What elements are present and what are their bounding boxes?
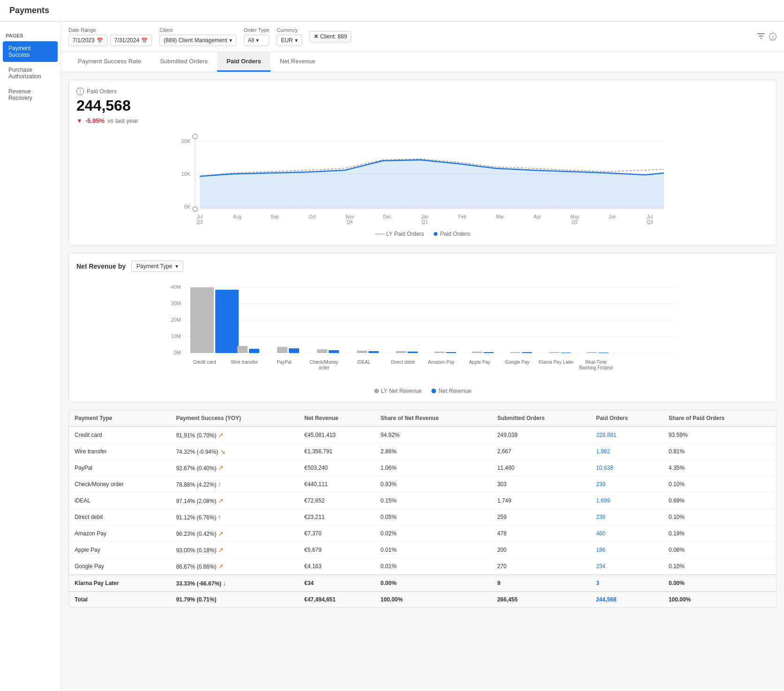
svg-rect-57 bbox=[510, 352, 520, 353]
svg-text:May: May bbox=[571, 214, 580, 219]
svg-rect-60 bbox=[561, 353, 571, 353]
svg-rect-49 bbox=[357, 351, 367, 353]
cell-type: Google Pay bbox=[69, 558, 170, 575]
cell-submitted: 303 bbox=[491, 476, 590, 493]
total-net-revenue: €47,494,651 bbox=[299, 592, 375, 607]
svg-text:Feb: Feb bbox=[458, 214, 467, 219]
cell-submitted: 478 bbox=[491, 526, 590, 542]
table-row: Google Pay 86.67% (0.66%) ↗ €4,163 0.01%… bbox=[69, 558, 776, 575]
cell-success: 96.23% (0.42%) ↗ bbox=[170, 526, 299, 542]
legend-net-revenue: Net Revenue bbox=[431, 388, 471, 394]
cell-share-net: 0.01% bbox=[375, 542, 492, 558]
cell-success: 33.33% (-66.67%) ↓ bbox=[170, 575, 299, 592]
svg-text:Jan: Jan bbox=[421, 214, 429, 219]
svg-text:Credit card: Credit card bbox=[193, 360, 216, 365]
svg-text:0K: 0K bbox=[184, 204, 191, 210]
svg-point-7 bbox=[193, 134, 197, 139]
table-row: Amazon Pay 96.23% (0.42%) ↗ €7,370 0.02%… bbox=[69, 526, 776, 542]
svg-text:Apr: Apr bbox=[534, 214, 541, 219]
col-payment-success: Payment Success (YOY) bbox=[170, 410, 299, 427]
legend-paid-orders: Paid Orders bbox=[433, 231, 470, 237]
filter-icon[interactable] bbox=[757, 32, 765, 42]
cell-submitted: 9 bbox=[491, 575, 590, 592]
table-total-row: Total 91.79% (0.71%) €47,494,651 100.00%… bbox=[69, 592, 776, 607]
cell-share-paid: 0.10% bbox=[663, 509, 776, 526]
currency-label: Currency bbox=[277, 27, 302, 33]
svg-point-76 bbox=[374, 389, 379, 393]
close-icon[interactable]: ✕ bbox=[314, 33, 318, 40]
svg-text:PayPal: PayPal bbox=[277, 360, 292, 365]
sidebar-item-revenue-recovery[interactable]: Revenue Recovery bbox=[3, 84, 58, 105]
cell-share-paid: 0.10% bbox=[663, 476, 776, 493]
line-chart-area: 20K 10K 0K bbox=[76, 132, 769, 227]
bar-chart-header: Net Revenue by Payment Type ▾ bbox=[76, 261, 769, 272]
content-area: i Paid Orders 244,568 ▼ -5.95% vs last y… bbox=[61, 72, 784, 615]
currency-group: Currency EUR ▾ bbox=[277, 27, 302, 46]
svg-text:Jul: Jul bbox=[197, 214, 203, 219]
data-table: Payment Type Payment Success (YOY) Net R… bbox=[69, 410, 776, 607]
tab-paid-orders[interactable]: Paid Orders bbox=[217, 52, 271, 72]
svg-rect-45 bbox=[277, 347, 287, 353]
cell-paid: 10,638 bbox=[590, 460, 663, 476]
tab-net-revenue[interactable]: Net Revenue bbox=[271, 52, 325, 72]
client-select[interactable]: (889) Client Management ▾ bbox=[159, 35, 236, 46]
cell-type: PayPal bbox=[69, 460, 170, 476]
sidebar-item-payment-success[interactable]: Payment Success bbox=[3, 41, 58, 62]
tab-payment-success-rate[interactable]: Payment Success Rate bbox=[68, 52, 151, 72]
svg-text:Jul: Jul bbox=[647, 214, 653, 219]
sidebar-section-label: Pages bbox=[0, 29, 60, 40]
order-type-select[interactable]: All ▾ bbox=[244, 35, 270, 46]
cell-share-paid: 0.69% bbox=[663, 493, 776, 509]
chevron-down-icon: ▾ bbox=[229, 37, 232, 44]
svg-rect-56 bbox=[483, 352, 494, 353]
change-label: vs last year bbox=[107, 117, 138, 124]
svg-text:Sep: Sep bbox=[271, 214, 279, 219]
cell-share-paid: 0.81% bbox=[663, 443, 776, 460]
svg-text:Dec: Dec bbox=[383, 214, 392, 219]
bar-chart-dropdown[interactable]: Payment Type ▾ bbox=[131, 261, 183, 272]
chart-legend: LY Paid Orders Paid Orders bbox=[76, 231, 769, 237]
cell-share-net: 0.00% bbox=[375, 575, 492, 592]
info-icon[interactable]: i bbox=[769, 33, 776, 40]
metric-card: i Paid Orders 244,568 ▼ -5.95% vs last y… bbox=[68, 80, 776, 245]
svg-rect-41 bbox=[190, 287, 214, 353]
cell-share-paid: 0.19% bbox=[663, 526, 776, 542]
table-row: Wire transfer 74.32% (-0.94%) ↘ €1,356,7… bbox=[69, 443, 776, 460]
chevron-down-icon-3: ▾ bbox=[295, 37, 298, 44]
cell-share-paid: 4.35% bbox=[663, 460, 776, 476]
metric-change: ▼ -5.95% vs last year bbox=[76, 117, 769, 124]
cell-net-revenue: €23,211 bbox=[299, 509, 375, 526]
svg-text:Jun: Jun bbox=[609, 214, 616, 219]
trend-down-arrow: ▼ bbox=[76, 117, 83, 124]
cell-share-net: 0.01% bbox=[375, 558, 492, 575]
svg-text:20K: 20K bbox=[181, 138, 190, 144]
cell-submitted: 1,749 bbox=[491, 493, 590, 509]
cell-paid: 1,982 bbox=[590, 443, 663, 460]
cell-net-revenue: €4,163 bbox=[299, 558, 375, 575]
client-group: Client (889) Client Management ▾ bbox=[159, 27, 236, 46]
tab-submitted-orders[interactable]: Submitted Orders bbox=[151, 52, 217, 72]
date-end-input[interactable]: 7/31/2024 📅 bbox=[110, 35, 152, 46]
chevron-down-icon-4: ▾ bbox=[175, 263, 178, 270]
currency-select[interactable]: EUR ▾ bbox=[277, 35, 302, 46]
sidebar-item-purchase-authorization[interactable]: Purchase Authorization bbox=[3, 63, 58, 83]
svg-text:10M: 10M bbox=[171, 333, 181, 339]
app-header: Payments bbox=[0, 0, 784, 22]
svg-text:10K: 10K bbox=[181, 171, 190, 177]
date-start-input[interactable]: 7/1/2023 📅 bbox=[68, 35, 107, 46]
cell-share-net: 0.93% bbox=[375, 476, 492, 493]
calendar-icon-2: 📅 bbox=[141, 38, 148, 44]
order-type-label: Order Type bbox=[244, 27, 270, 33]
svg-text:Mar: Mar bbox=[496, 214, 504, 219]
svg-text:order: order bbox=[318, 365, 330, 370]
col-payment-type: Payment Type bbox=[69, 410, 170, 427]
cell-success: 74.32% (-0.94%) ↘ bbox=[170, 443, 299, 460]
metric-info-icon[interactable]: i bbox=[76, 88, 84, 95]
svg-text:Aug: Aug bbox=[233, 214, 241, 219]
table-header-row: Payment Type Payment Success (YOY) Net R… bbox=[69, 410, 776, 427]
svg-point-30 bbox=[434, 232, 437, 236]
svg-text:Direct debit: Direct debit bbox=[391, 360, 415, 365]
svg-rect-55 bbox=[472, 352, 482, 353]
cell-type: Credit card bbox=[69, 427, 170, 443]
svg-text:Apple Pay: Apple Pay bbox=[469, 360, 490, 365]
